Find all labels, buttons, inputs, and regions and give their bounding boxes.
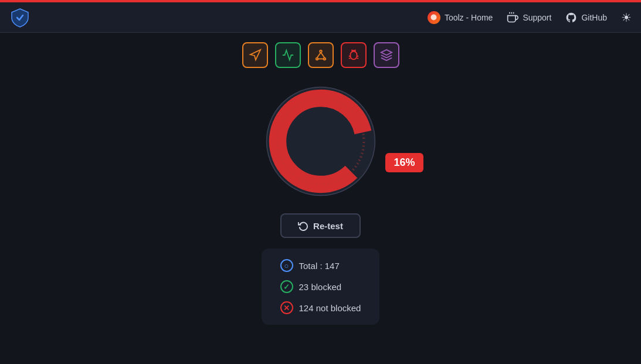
theme-icon: ☀ <box>621 11 632 25</box>
stat-total-row: ○ Total : 147 <box>280 259 361 272</box>
svg-line-8 <box>321 52 324 57</box>
svg-line-7 <box>317 52 320 57</box>
tool-megaphone-button[interactable] <box>242 42 268 68</box>
blocked-icon: ✓ <box>280 280 293 293</box>
tool-layers-button[interactable] <box>374 42 399 68</box>
tool-chart-button[interactable] <box>275 42 301 68</box>
support-link[interactable]: Support <box>507 12 551 23</box>
not-blocked-label: 124 not blocked <box>299 303 361 313</box>
support-link-label: Support <box>523 13 551 22</box>
not-blocked-icon: ✕ <box>280 301 293 314</box>
github-link[interactable]: GitHub <box>565 12 607 23</box>
stat-not-blocked-row: ✕ 124 not blocked <box>280 301 361 314</box>
home-link[interactable]: Toolz - Home <box>428 11 493 24</box>
main-content: 16% Re-test ○ Total : 147 ✓ 23 blocked ✕… <box>0 33 641 364</box>
support-icon <box>507 12 518 23</box>
retest-label: Re-test <box>313 221 343 231</box>
tool-icons-row <box>242 42 399 68</box>
navbar-links: Toolz - Home Support GitHub ☀ <box>428 11 632 25</box>
home-icon <box>428 11 440 24</box>
megaphone-icon <box>249 49 262 62</box>
shield-logo-icon <box>9 7 30 28</box>
chart-wrapper: 16% <box>259 80 382 203</box>
github-link-label: GitHub <box>581 13 607 22</box>
tool-bug-button[interactable] <box>341 42 367 68</box>
stat-blocked-row: ✓ 23 blocked <box>280 280 361 293</box>
network-icon <box>314 49 327 62</box>
chart-icon <box>282 49 294 62</box>
percent-badge: 16% <box>385 153 423 172</box>
svg-marker-14 <box>381 50 391 55</box>
navbar-logo <box>9 7 30 28</box>
total-label: Total : 147 <box>299 261 340 271</box>
github-icon <box>565 12 577 23</box>
stats-card: ○ Total : 147 ✓ 23 blocked ✕ 124 not blo… <box>262 249 380 325</box>
total-icon: ○ <box>280 259 293 272</box>
home-link-label: Toolz - Home <box>445 13 493 22</box>
retest-icon <box>298 220 308 231</box>
blocked-label: 23 blocked <box>299 282 342 292</box>
svg-point-0 <box>431 15 437 21</box>
navbar: Toolz - Home Support GitHub ☀ <box>0 2 641 33</box>
svg-point-4 <box>320 50 322 53</box>
theme-toggle-button[interactable]: ☀ <box>621 11 632 25</box>
layers-icon <box>380 49 393 62</box>
retest-button[interactable]: Re-test <box>280 213 361 238</box>
percent-value: 16% <box>394 157 415 168</box>
donut-chart <box>259 80 382 203</box>
bug-icon <box>347 49 360 62</box>
tool-network-button[interactable] <box>308 42 334 68</box>
